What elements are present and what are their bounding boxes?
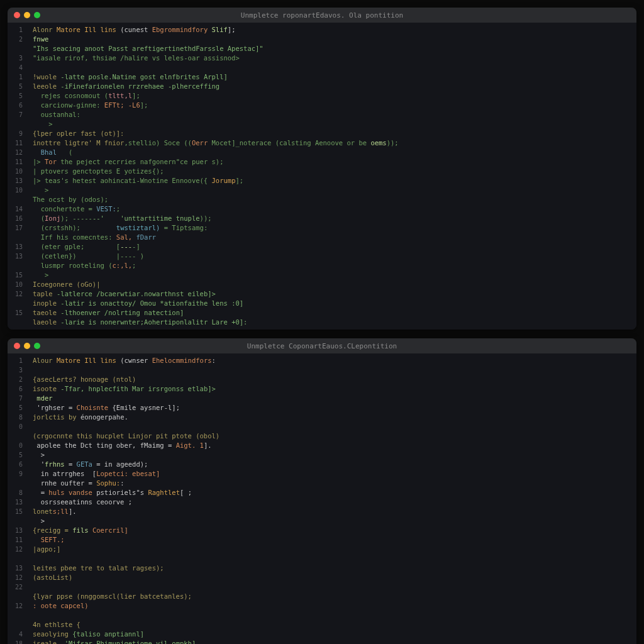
close-icon[interactable]	[14, 12, 20, 18]
editor-window-1: Unmpletce roponartEdavos. Ola pontition …	[8, 8, 636, 330]
code-content-2[interactable]: Alour Matore Ill lins (cwnser Ehelocmmin…	[28, 353, 636, 644]
maximize-icon[interactable]	[34, 12, 40, 18]
code-content-1[interactable]: Alonr Matore Ill lins (cunest Ebgrommind…	[28, 23, 636, 330]
titlebar-2[interactable]: Unmpletce CoponartEauos.CLepontition	[8, 338, 636, 353]
window-title-1: Unmpletce roponartEdavos. Ola pontition	[241, 11, 403, 19]
editor-window-2: Unmpletce CoponartEauos.CLepontition 132…	[8, 338, 636, 644]
line-gutter-1: 12 3415567 9111211101310 141617 1313 151…	[8, 23, 28, 330]
close-icon[interactable]	[14, 343, 20, 349]
minimize-icon[interactable]	[24, 343, 30, 349]
line-gutter-2: 13267580 0569 81315 131112 131222 12 418…	[8, 353, 28, 644]
titlebar-1[interactable]: Unmpletce roponartEdavos. Ola pontition	[8, 8, 636, 23]
editor-area-1[interactable]: 12 3415567 9111211101310 141617 1313 151…	[8, 23, 636, 330]
window-title-2: Unmpletce CoponartEauos.CLepontition	[247, 342, 397, 350]
minimize-icon[interactable]	[24, 12, 30, 18]
maximize-icon[interactable]	[34, 343, 40, 349]
traffic-lights	[14, 343, 40, 349]
traffic-lights	[14, 12, 40, 18]
editor-area-2[interactable]: 13267580 0569 81315 131112 131222 12 418…	[8, 353, 636, 644]
